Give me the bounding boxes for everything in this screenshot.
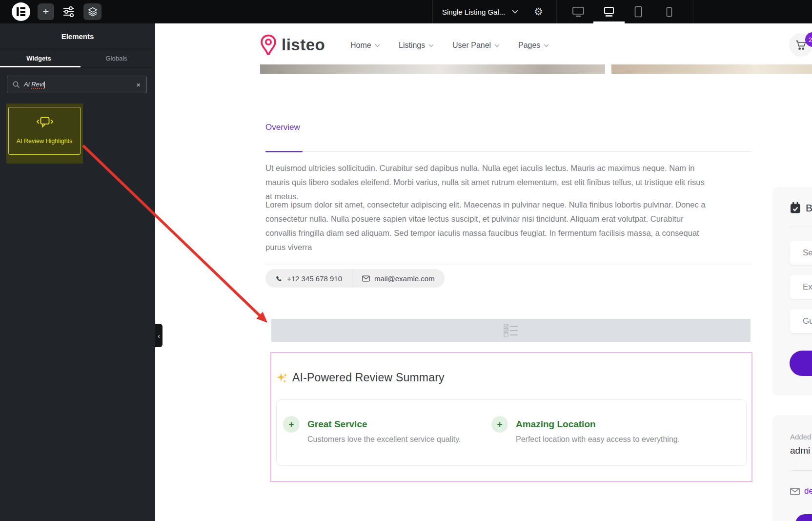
nav-home[interactable]: Home (350, 40, 380, 51)
added-by-label: Added (790, 433, 811, 441)
nav-user-panel[interactable]: User Panel (452, 40, 500, 51)
envelope-icon (362, 275, 374, 282)
widget-ai-review-highlights[interactable]: AI Review Highlights (8, 107, 81, 155)
widget-search-input[interactable]: Ai Revi × (7, 76, 147, 93)
code-comment-icon (37, 116, 53, 130)
plus-bullet-icon: + (283, 416, 300, 433)
chevron-down-icon (491, 44, 500, 47)
search-icon (12, 81, 20, 88)
highlight-description: Perfect location with easy access to eve… (516, 435, 680, 444)
nav-pages[interactable]: Pages (518, 40, 549, 51)
chevron-down-icon (540, 44, 549, 47)
gear-icon: ⚙ (534, 6, 543, 17)
description-paragraph-2: Lorem ipsum dolor sit amet, consectetur … (265, 198, 706, 254)
gallery-image-right[interactable] (611, 64, 812, 74)
navigator-button[interactable] (83, 3, 102, 20)
chevron-left-icon: ‹ (158, 332, 160, 340)
template-switcher[interactable]: Single Listing Gal... (442, 0, 518, 23)
highlight-title: Great Service (307, 419, 367, 430)
chevron-down-icon (371, 44, 380, 47)
section-divider (265, 265, 751, 265)
toolbar-divider (556, 0, 557, 23)
tab-widgets[interactable]: Widgets (0, 49, 78, 67)
elementor-menu-button[interactable] (12, 2, 30, 21)
tablet-icon (634, 6, 642, 18)
chevron-down-icon (512, 10, 518, 14)
empty-widget-placeholder[interactable] (271, 319, 751, 342)
laptop-icon (603, 6, 615, 17)
gallery-image-left[interactable] (260, 64, 605, 74)
elements-panel: Elements Widgets Globals Ai Revi × (0, 23, 155, 521)
tab-globals[interactable]: Globals (78, 49, 155, 67)
booking-title-visible: B (806, 202, 812, 214)
sparkles-icon (276, 372, 288, 384)
elementor-logo-icon (17, 7, 25, 16)
email-address: mail@examle.com (374, 274, 435, 283)
host-name: admi (790, 445, 810, 456)
site-logo[interactable]: listeo (260, 32, 325, 58)
calendar-check-icon (790, 202, 801, 214)
desktop-icon (572, 6, 585, 17)
device-tablet-button[interactable] (634, 6, 642, 18)
host-panel: Added admi de (772, 415, 812, 521)
chevron-down-icon (425, 44, 434, 47)
highlight-title: Amazing Location (516, 419, 596, 430)
cart-icon (795, 40, 807, 50)
panel-tabs: Widgets Globals (0, 49, 155, 68)
panel-title: Elements (0, 23, 155, 49)
booking-panel: B Sel Ext Gue (772, 187, 812, 396)
highlights-container: + Great Service Customers love the excel… (276, 399, 747, 466)
nav-listings[interactable]: Listings (399, 40, 434, 51)
description-paragraph-1: Ut euismod ultricies sollicitudin. Curab… (265, 161, 706, 204)
envelope-icon (790, 488, 800, 495)
ai-review-summary-widget[interactable]: AI-Powered Review Summary + Great Servic… (270, 352, 752, 482)
contact-bar: +12 345 678 910 mail@examle.com (265, 269, 445, 288)
text-caret (44, 82, 45, 88)
sliders-icon (62, 5, 75, 18)
site-settings-filters-button[interactable] (61, 3, 77, 20)
settings-button[interactable]: ⚙ (534, 6, 543, 17)
email-link[interactable]: mail@examle.com (352, 269, 445, 288)
tab-rule-active (265, 151, 303, 152)
template-name: Single Listing Gal... (442, 8, 505, 16)
booking-field-dates[interactable]: Sel (790, 241, 812, 265)
booking-field-guests[interactable]: Gue (790, 309, 812, 333)
device-laptop-button[interactable] (603, 6, 615, 17)
mobile-icon (666, 7, 672, 17)
add-element-button[interactable]: + (38, 3, 54, 20)
host-email-row: de (790, 486, 812, 496)
contact-host-button[interactable] (795, 514, 812, 521)
phone-number: +12 345 678 910 (287, 274, 342, 283)
search-value: Ai Revi (24, 81, 45, 88)
tab-rule (265, 151, 751, 152)
booking-panel-header: B (790, 202, 812, 214)
device-mobile-button[interactable] (666, 7, 672, 17)
summary-title: AI-Powered Review Summary (292, 371, 445, 384)
host-email-link[interactable]: de (804, 486, 812, 496)
plus-bullet-icon: + (491, 416, 508, 433)
tab-overview[interactable]: Overview (265, 123, 300, 132)
editor-toolbar: + Single Listing Gal... (0, 0, 812, 23)
toolbar-divider (432, 0, 433, 23)
map-pin-icon (260, 34, 277, 56)
clear-search-icon[interactable]: × (136, 81, 141, 89)
widget-label: AI Review Highlights (9, 138, 80, 145)
phone-link[interactable]: +12 345 678 910 (265, 269, 352, 288)
layers-icon (87, 6, 98, 17)
brand-name: listeo (282, 36, 325, 54)
device-desktop-button[interactable] (572, 6, 585, 17)
panel-divider (790, 470, 812, 471)
plus-icon: + (43, 6, 49, 17)
elementor-editor: + Single Listing Gal... (0, 0, 812, 521)
booking-field-extras[interactable]: Ext (790, 275, 812, 299)
panel-collapse-button[interactable]: ‹ (155, 324, 162, 347)
checklist-icon (504, 324, 518, 337)
panel-divider (790, 227, 812, 227)
phone-icon (275, 275, 287, 282)
summary-header: AI-Powered Review Summary (276, 371, 445, 384)
book-now-button[interactable] (790, 351, 812, 376)
toolbar-divider (693, 0, 693, 23)
active-tab-underline (0, 66, 81, 67)
highlight-description: Customers love the excellent service qua… (307, 435, 461, 444)
